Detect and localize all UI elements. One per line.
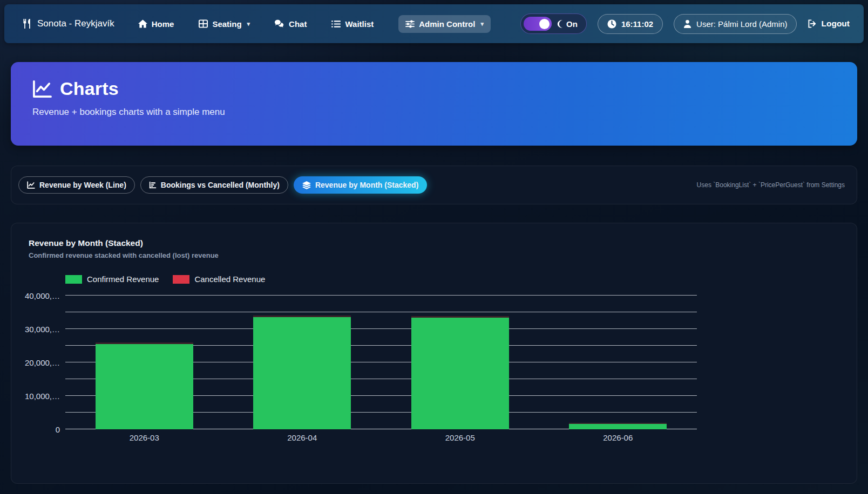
chart-menu-buttons: Revenue by Week (Line) Bookings vs Cance… <box>18 176 427 194</box>
legend-label: Confirmed Revenue <box>87 275 159 284</box>
button-label: Revenue by Month (Stacked) <box>315 181 418 189</box>
bar-segment[interactable] <box>569 424 667 429</box>
brand[interactable]: Sonota - Reykjavík <box>23 18 114 29</box>
chart-subtitle: Confirmed revenue stacked with cancelled… <box>29 251 839 259</box>
bar-slot <box>65 296 223 429</box>
chart-legend: Confirmed RevenueCancelled Revenue <box>65 275 839 284</box>
chat-icon <box>275 19 284 28</box>
bar-segment[interactable] <box>569 423 667 424</box>
bar-segment[interactable] <box>411 316 509 317</box>
bar-segment[interactable] <box>411 318 509 429</box>
x-tick-label: 2026-06 <box>539 433 697 442</box>
line-chart-icon <box>27 181 35 189</box>
table-grid-icon <box>199 19 208 28</box>
plot-area: 010,000,…20,000,…30,000,…40,000,… <box>65 296 697 429</box>
list-icon <box>331 20 341 28</box>
x-tick-label: 2026-05 <box>381 433 539 442</box>
clock-time: 16:11:02 <box>621 19 653 29</box>
button-label: Revenue by Week (Line) <box>39 181 126 189</box>
legend-swatch <box>65 275 82 284</box>
dark-mode-toggle[interactable]: On <box>520 13 587 34</box>
nav-chat-label: Chat <box>289 19 307 29</box>
bar-chart-icon <box>149 181 157 189</box>
chart-line-icon <box>32 80 52 98</box>
nav-seating-label: Seating <box>212 19 241 29</box>
chart-card: Revenue by Month (Stacked) Confirmed rev… <box>11 223 857 484</box>
chart-region: Confirmed RevenueCancelled Revenue 010,0… <box>65 275 839 442</box>
stacked-bar[interactable] <box>411 296 509 429</box>
nav-waitlist-label: Waitlist <box>345 19 374 29</box>
button-revenue-by-month[interactable]: Revenue by Month (Stacked) <box>294 176 427 194</box>
chevron-down-icon: ▾ <box>247 20 250 28</box>
bar-segment[interactable] <box>253 315 351 317</box>
navbar-right: On 16:11:02 User: Pálmi Lord (Admin) Log… <box>520 13 850 34</box>
legend-swatch <box>173 275 189 284</box>
stacked-bar[interactable] <box>569 296 667 429</box>
stacked-bar[interactable] <box>253 296 351 429</box>
y-tick-label: 30,000,… <box>25 325 60 334</box>
chevron-down-icon: ▾ <box>480 20 484 28</box>
legend-item[interactable]: Cancelled Revenue <box>173 275 265 284</box>
button-label: Bookings vs Cancelled (Monthly) <box>161 181 280 189</box>
bar-slot <box>381 296 539 429</box>
logout-icon <box>808 19 817 28</box>
layers-icon <box>302 181 311 189</box>
y-tick-label: 10,000,… <box>25 392 60 401</box>
bar-segment[interactable] <box>96 342 193 344</box>
y-tick-label: 0 <box>56 425 60 434</box>
home-icon <box>138 19 147 28</box>
bar-slot <box>223 296 382 429</box>
y-tick-label: 40,000,… <box>25 291 60 300</box>
button-revenue-by-week[interactable]: Revenue by Week (Line) <box>18 176 135 194</box>
moon-icon <box>557 20 564 28</box>
sliders-icon <box>405 20 415 28</box>
nav-home-label: Home <box>152 19 174 29</box>
legend-label: Cancelled Revenue <box>194 275 265 284</box>
toggle-label: On <box>557 19 578 29</box>
nav-chat[interactable]: Chat <box>275 19 307 29</box>
user-name-text: User: Pálmi Lord (Admin) <box>696 19 787 29</box>
user-icon <box>683 19 691 28</box>
user-badge: User: Pálmi Lord (Admin) <box>674 14 797 34</box>
stacked-bar[interactable] <box>96 296 193 429</box>
page-title: Charts <box>60 78 119 99</box>
clock-badge: 16:11:02 <box>598 14 663 34</box>
nav-home[interactable]: Home <box>138 19 174 29</box>
button-bookings-vs-cancelled[interactable]: Bookings vs Cancelled (Monthly) <box>140 176 288 194</box>
utensils-icon <box>23 18 32 29</box>
bar-segment[interactable] <box>96 344 193 429</box>
nav-admin-control[interactable]: Admin Control ▾ <box>398 15 491 33</box>
x-axis-labels: 2026-032026-042026-052026-06 <box>65 433 697 442</box>
chart-title: Revenue by Month (Stacked) <box>29 238 839 248</box>
logout-label: Logout <box>821 19 850 29</box>
logout-button[interactable]: Logout <box>808 19 850 29</box>
nav-admin-label: Admin Control <box>419 19 475 29</box>
toggle-switch[interactable] <box>524 17 552 31</box>
toggle-state-text: On <box>566 19 578 29</box>
nav-items: Home Seating ▾ Chat <box>138 15 491 33</box>
nav-waitlist[interactable]: Waitlist <box>331 19 374 29</box>
y-tick-label: 20,000,… <box>25 358 60 367</box>
page-subtitle: Revenue + bookings charts with a simple … <box>32 107 836 118</box>
bar-slot <box>539 296 697 429</box>
navbar: Sonota - Reykjavík Home Seating ▾ <box>4 4 864 43</box>
clock-icon <box>607 19 616 29</box>
x-tick-label: 2026-04 <box>223 433 382 442</box>
nav-seating[interactable]: Seating ▾ <box>199 19 250 29</box>
brand-label: Sonota - Reykjavík <box>37 18 114 29</box>
settings-note: Uses `BookingList` + `PricePerGuest` fro… <box>697 181 845 189</box>
hero-banner: Charts Revenue + bookings charts with a … <box>11 62 857 146</box>
toggle-knob <box>539 19 550 29</box>
legend-item[interactable]: Confirmed Revenue <box>65 275 159 284</box>
chart-menu-card: Revenue by Week (Line) Bookings vs Cance… <box>11 166 857 204</box>
x-tick-label: 2026-03 <box>65 433 223 442</box>
bar-segment[interactable] <box>253 317 351 429</box>
